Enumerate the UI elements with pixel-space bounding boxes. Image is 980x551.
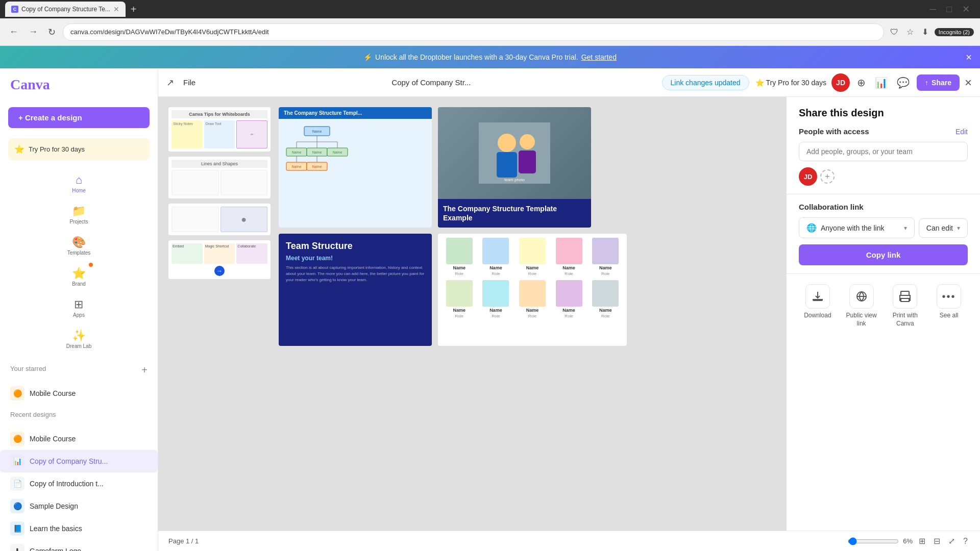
recent-learn-basics[interactable]: 📘 Learn the basics [0,517,158,540]
help-button[interactable]: ? [961,536,970,547]
incognito-badge[interactable]: Incognito (2) [935,28,974,36]
name-photo-1 [446,238,473,264]
tips-cell-2: Draw Tool [204,120,235,148]
refresh-button[interactable]: ↻ [45,24,59,40]
svg-text:Name: Name [312,151,322,154]
banner-close-button[interactable]: × [966,52,972,63]
canvas-bottom-row: Team Structure Meet your team! This sect… [279,234,627,346]
mobile-course-label: Mobile Course [30,389,76,397]
analytics-button[interactable]: 📊 [873,74,890,91]
next-btn[interactable]: → [214,266,225,276]
main-layout: Canva + Create a design ⭐ Try Pro for 30… [0,68,980,551]
lines-shapes-panel[interactable]: Lines and Shapes [168,157,271,198]
projects-label: Projects [69,219,88,224]
people-svg: team photo [479,122,550,184]
canvas-left-col: Canva Tips for Whiteboards Sticky Notes … [168,107,271,279]
home-icon: ⌂ [76,173,82,187]
starred-add-button[interactable]: + [141,364,148,376]
banner-cta-link[interactable]: Get started [581,53,617,61]
add-people-input[interactable] [799,142,968,161]
name-card-3: Name Role [515,238,550,276]
sidebar-item-apps[interactable]: ⊞ Apps [65,293,93,323]
external-link-icon[interactable]: ↗ [166,77,174,88]
restore-button[interactable]: □ [941,3,957,16]
panel-3-grid: ● [172,207,267,232]
edit-access-link[interactable]: Edit [955,128,968,136]
add-collaborator-button[interactable]: ⊕ [855,74,868,91]
grid-view-button[interactable]: ⊞ [917,535,927,547]
learn-basics-label: Learn the basics [30,524,82,533]
sidebar-item-dreamlab[interactable]: ✨ Dream Lab [58,324,100,354]
role-2-label: Role [492,271,500,276]
canvas-container[interactable]: Canva Tips for Whiteboards Sticky Notes … [158,97,786,531]
share-option-print[interactable]: Print with Canva [887,284,924,328]
svg-rect-23 [519,151,536,173]
org-chart-left: Name Name [284,124,427,187]
name-photo-4 [556,238,582,264]
shield-icon[interactable]: 🛡 [888,26,900,39]
try-pro-toolbar-button[interactable]: ⭐ Try Pro for 30 days [755,79,827,87]
sidebar-item-brand[interactable]: ⭐ Brand [64,262,94,292]
minimize-button[interactable]: ─ [924,3,941,16]
try-pro-banner[interactable]: ⭐ Try Pro for 30 days [8,138,150,160]
team-structure-panel[interactable]: Team Structure Meet your team! This sect… [279,234,432,346]
new-tab-button[interactable]: + [128,4,140,15]
forward-button[interactable]: → [26,24,41,39]
user-avatar-toolbar[interactable]: JD [831,73,850,92]
fullscreen-button[interactable]: ⤢ [946,535,957,547]
close-share-button[interactable]: × [965,76,972,90]
tab-close-button[interactable]: ✕ [113,6,119,13]
recent-company-structure[interactable]: 📊 Copy of Company Stru... [0,450,158,472]
name-7-label: Name [489,308,502,313]
canva-tips-panel[interactable]: Canva Tips for Whiteboards Sticky Notes … [168,107,271,152]
close-window-button[interactable]: ✕ [957,3,975,16]
zoom-level: 6% [903,537,913,545]
share-panel: Share this design People with access Edi… [786,97,980,531]
create-design-button[interactable]: + Create a design [8,107,150,128]
toolbar-left: ↗ File [166,75,201,90]
copy-link-button[interactable]: Copy link [799,244,968,265]
p3-cell-2: ● [220,207,268,232]
share-button[interactable]: ↑ Share [917,74,960,91]
download-icon[interactable]: ⬇ [920,25,930,39]
role-8-label: Role [528,314,536,318]
design-title: Copy of Company Str... [207,78,655,87]
active-tab[interactable]: C Copy of Company Structure Te... ✕ [5,2,126,17]
comments-button[interactable]: 💬 [895,74,912,91]
intro-label: Copy of Introduction t... [30,480,104,488]
recent-gamefarm-logo[interactable]: ⬇ Gamefarm Logo [0,540,158,551]
address-bar[interactable]: canva.com/design/DAGVwWI7eDw/TByK4I4V6ud… [63,23,884,41]
share-option-public-view[interactable]: Public view link [843,284,880,328]
company-structure-header: The Company Structure Templ... [279,107,432,119]
sidebar-item-projects[interactable]: 📁 Projects [61,199,96,230]
file-menu-button[interactable]: File [178,75,201,90]
panel-4[interactable]: Embed Magic Shortcut Collaborate → [168,240,271,279]
share-option-download[interactable]: Download [799,284,837,328]
back-button[interactable]: ← [6,24,21,39]
present-view-button[interactable]: ⊟ [932,535,942,547]
svg-text:Name: Name [333,151,342,154]
permission-dropdown[interactable]: Can edit ▾ [919,218,968,238]
sidebar-item-home[interactable]: ⌂ Home [64,168,94,198]
zoom-slider[interactable] [848,537,899,545]
try-pro-toolbar-label: Try Pro for 30 days [766,79,827,87]
names-grid-panel[interactable]: Name Role Name Role [438,234,627,346]
download-label: Download [804,312,831,320]
recent-mobile-label: Mobile Course [30,435,76,443]
starred-mobile-course[interactable]: 🟠 Mobile Course [0,382,158,405]
apps-label: Apps [73,312,85,318]
recent-sample-design[interactable]: 🔵 Sample Design [0,495,158,517]
company-structure-panel[interactable]: The Company Structure Templ... Name [279,107,432,228]
link-access-dropdown[interactable]: 🌐 Anyone with the link ▾ [799,217,915,238]
bookmark-icon[interactable]: ☆ [904,25,916,39]
add-user-button[interactable]: + [820,169,835,184]
photo-panel[interactable]: team photo The Company Structure Templat… [438,107,591,228]
sample-design-icon: 🔵 [10,499,24,513]
sidebar-item-templates[interactable]: 🎨 Templates [59,231,99,261]
recent-intro[interactable]: 📄 Copy of Introduction t... [0,472,158,495]
recent-mobile-course[interactable]: 🟠 Mobile Course [0,428,158,450]
share-option-see-all[interactable]: ••• See all [930,284,968,328]
panel-3[interactable]: ● [168,204,271,235]
starred-section: Your starred + [0,358,158,382]
name-card-6: Name Role [442,280,477,318]
